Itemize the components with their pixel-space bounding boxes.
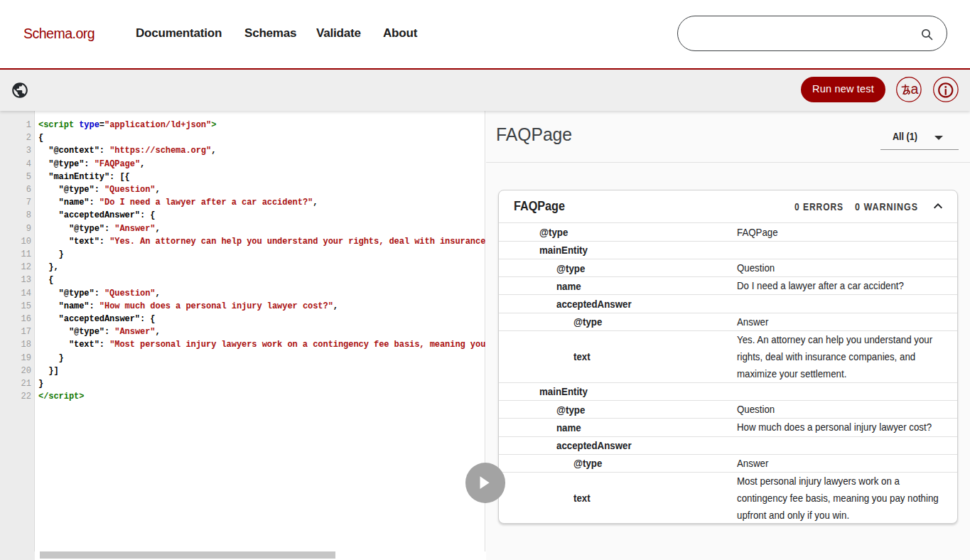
svg-text:a: a xyxy=(910,82,918,97)
